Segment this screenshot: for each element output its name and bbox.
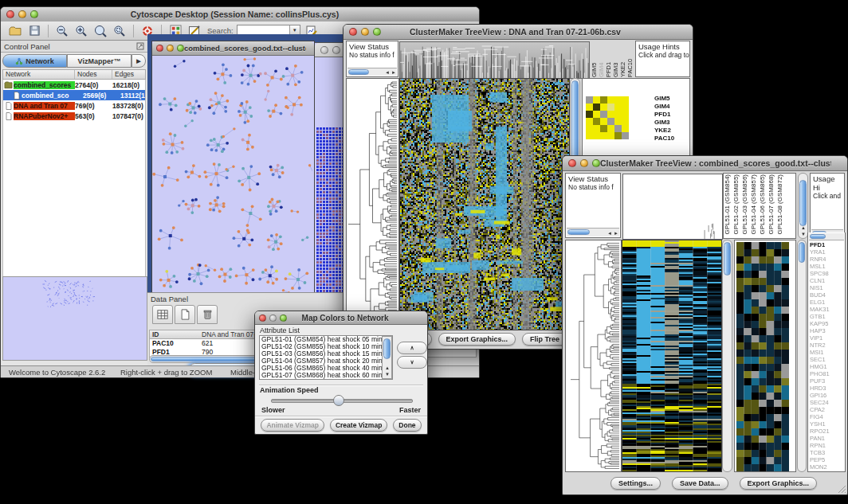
close-button[interactable] [6, 10, 14, 18]
scroll-left-arrow[interactable]: ◄ [607, 230, 612, 236]
treeview2-vscrollbar-thumb[interactable] [724, 242, 731, 275]
view-status-hscrollbar[interactable]: ◄ ► [567, 228, 619, 236]
view-status-hscrollbar-thumb[interactable] [567, 229, 590, 235]
submatrix-cell[interactable] [600, 132, 607, 139]
network-list-row[interactable]: combined_sco2569(6)13112(15) [3, 90, 145, 100]
tab-network[interactable]: Network [2, 54, 67, 68]
treeview2-row-dendrogram[interactable] [565, 240, 622, 472]
gene-label[interactable]: HRD3 [810, 385, 846, 392]
treeview2-zoom-vscrollbar-thumb[interactable] [799, 242, 805, 263]
submatrix-cell[interactable] [622, 118, 629, 125]
submatrix-cell[interactable] [593, 118, 600, 125]
network-name[interactable]: DNA and Tran 07 [14, 102, 75, 110]
gene-list-hscrollbar[interactable] [809, 233, 844, 240]
attribute-listbox[interactable]: GPL51-01 (GSM854) heat shock 05 minGPL51… [259, 335, 393, 380]
column-label[interactable]: GPL51-06 (GSM865) [759, 174, 768, 235]
treeview1-action-button[interactable]: Export Graphics... [438, 333, 516, 346]
network-canvas-1[interactable] [152, 56, 312, 297]
treeview1-column-labels[interactable]: GIM5GIM4PFD1GIM3YKE2PAC10 [591, 41, 634, 77]
gene-label[interactable]: MAK31 [810, 306, 846, 313]
gene-label[interactable]: RNR4 [810, 256, 846, 263]
gene-label[interactable]: MSI1 [810, 349, 846, 356]
gene-label[interactable]: PUF3 [810, 377, 846, 385]
submatrix-cell[interactable] [586, 96, 593, 104]
column-label[interactable]: GPL51-03 (GSM856) [741, 174, 750, 235]
scroll-up-arrow[interactable]: ▲ [385, 365, 390, 371]
gene-label[interactable]: KAP95 [810, 320, 846, 327]
animation-speed-slider-thumb[interactable] [333, 395, 344, 406]
submatrix-cell[interactable] [614, 132, 622, 139]
submatrix-cell[interactable] [593, 111, 600, 118]
gene-label[interactable]: CPA2 [810, 406, 846, 413]
float-panel-icon[interactable] [136, 42, 144, 50]
treeview1-titlebar[interactable]: ClusterMaker TreeView : DNA and Tran 07-… [344, 25, 693, 40]
gene-label[interactable]: GIM5 [654, 95, 690, 103]
gene-label[interactable]: SEC24 [810, 399, 846, 406]
gene-label[interactable]: HMG1 [810, 363, 846, 370]
view-status-hscrollbar[interactable]: ◄ ► [347, 68, 397, 76]
minimize-button[interactable] [167, 45, 174, 52]
submatrix-cell[interactable] [593, 132, 600, 139]
scroll-up-arrow[interactable]: ▲ [801, 225, 806, 231]
gene-label[interactable]: GPI16 [810, 392, 846, 399]
treeview1-column-dendrogram[interactable] [399, 41, 590, 79]
gene-label[interactable]: GIM4 [654, 103, 690, 111]
gene-label[interactable]: RPO21 [810, 428, 846, 435]
gene-label[interactable]: YRA1 [810, 248, 846, 256]
col-network[interactable]: Network [3, 70, 75, 79]
submatrix-cell[interactable] [614, 125, 622, 132]
submatrix-cell[interactable] [607, 96, 614, 104]
submatrix-cell[interactable] [593, 96, 600, 104]
treeview2-action-button[interactable]: Settings... [610, 477, 661, 490]
submatrix-cell[interactable] [586, 132, 593, 139]
scroll-down-arrow[interactable]: ▼ [385, 371, 390, 377]
treeview2-column-labels[interactable]: GPL51-01 (GSM854)GPL51-02 (GSM855)GPL51-… [724, 174, 795, 235]
submatrix-cell[interactable] [607, 104, 614, 111]
close-button[interactable] [320, 46, 328, 54]
minimize-button[interactable] [18, 10, 26, 18]
minimize-button[interactable] [332, 46, 340, 54]
gene-label[interactable]: SPC98 [810, 270, 846, 277]
move-up-button[interactable]: ∧ [397, 342, 427, 354]
animate-vizmap-button[interactable]: Animate Vizmap [261, 419, 324, 432]
submatrix-cell[interactable] [593, 104, 600, 111]
treeview2-zoom-vscrollbar[interactable] [797, 240, 807, 472]
submatrix-cell[interactable] [622, 132, 629, 139]
zoom-in-button[interactable] [73, 24, 89, 38]
network-list-row[interactable]: DNA and Tran 07769(0)183728(0) [3, 100, 145, 111]
gene-label[interactable]: YKE2 [654, 127, 690, 135]
attribute-list-vscrollbar[interactable]: ▲ ▼ [382, 336, 392, 379]
close-button[interactable] [568, 159, 576, 167]
submatrix-cell[interactable] [614, 111, 622, 118]
attribute-list-vscrollbar-thumb[interactable] [383, 338, 391, 359]
submatrix-cell[interactable] [622, 96, 629, 104]
network-name[interactable]: RNAPuberNov2+ [14, 112, 75, 120]
gene-label[interactable]: GIM3 [654, 119, 690, 127]
submatrix-cell[interactable] [614, 118, 622, 125]
network-list-row[interactable]: RNAPuberNov2+563(0)107847(0) [3, 111, 145, 121]
move-down-button[interactable]: ∨ [397, 356, 427, 369]
gene-label[interactable]: HAP3 [810, 327, 846, 334]
dialog-titlebar[interactable]: Map Colors to Network [255, 311, 427, 325]
submatrix-cell[interactable] [614, 104, 622, 111]
gene-label[interactable]: BUD4 [810, 291, 846, 299]
gene-label[interactable]: PFD1 [810, 241, 846, 248]
delete-attribute-button[interactable] [197, 305, 218, 324]
view-status-hscrollbar-thumb[interactable] [348, 69, 369, 75]
zoom-button[interactable] [373, 28, 381, 36]
scroll-down-arrow[interactable]: ▼ [801, 231, 806, 237]
submatrix-cell[interactable] [622, 104, 629, 111]
submatrix-cell[interactable] [607, 118, 614, 125]
submatrix-cell[interactable] [586, 104, 593, 111]
close-button[interactable] [349, 28, 357, 36]
treeview2-action-button[interactable]: Export Graphics... [740, 477, 818, 490]
scroll-left-arrow[interactable]: ◄ [385, 69, 390, 76]
done-button[interactable]: Done [393, 419, 421, 432]
gene-label[interactable]: NIS1 [810, 284, 846, 291]
submatrix-cell[interactable] [586, 111, 593, 118]
submatrix-cell[interactable] [600, 118, 607, 125]
column-label[interactable]: GIM3 [612, 41, 619, 77]
submatrix-cell[interactable] [600, 96, 607, 104]
resize-grip[interactable] [837, 484, 846, 494]
column-label[interactable]: GPL51-08 (GSM872) [776, 174, 785, 235]
